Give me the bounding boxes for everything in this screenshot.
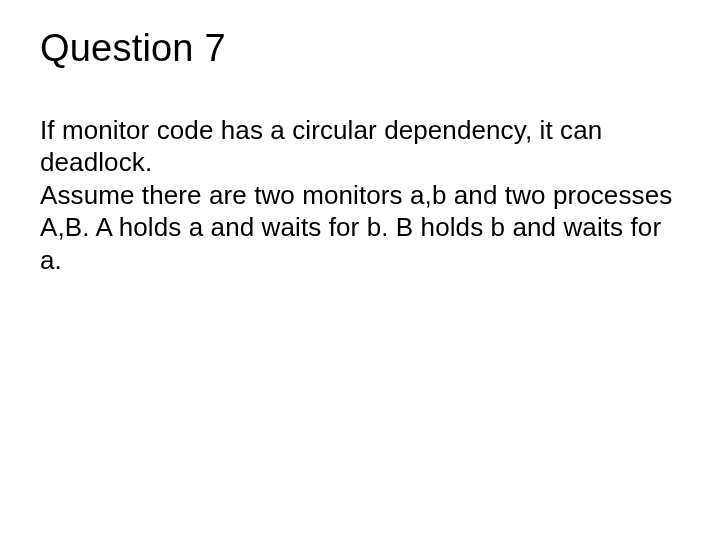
slide: Question 7 If monitor code has a circula…: [0, 0, 720, 540]
body-line-2: Assume there are two monitors a,b and tw…: [40, 179, 680, 277]
slide-title: Question 7: [40, 28, 680, 70]
body-line-1: If monitor code has a circular dependenc…: [40, 114, 680, 179]
slide-body: If monitor code has a circular dependenc…: [40, 114, 680, 277]
